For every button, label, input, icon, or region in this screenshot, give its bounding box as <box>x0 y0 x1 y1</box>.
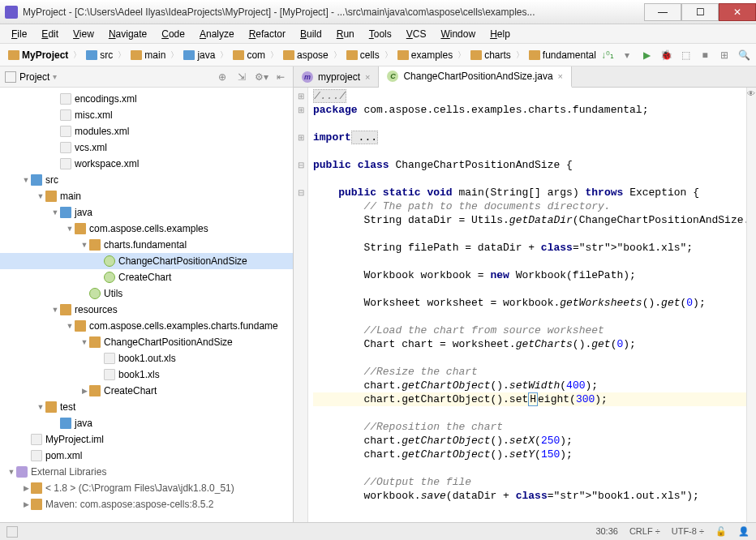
code-line[interactable]: //Output the file <box>313 475 751 489</box>
tree-item[interactable]: CreateChart <box>0 269 293 285</box>
code-line[interactable]: chart.getChartObject().setX(250); <box>313 434 751 448</box>
expand-down-icon[interactable]: ▼ <box>79 241 89 249</box>
tree-item[interactable]: ChangeChartPositionAndSize <box>0 253 293 269</box>
menu-vcs[interactable]: VCS <box>400 27 433 41</box>
code-line[interactable]: package com.aspose.cells.examples.charts… <box>313 103 751 117</box>
breadcrumb-src[interactable]: src <box>83 48 116 62</box>
gutter-line[interactable] <box>294 489 307 503</box>
gutter-line[interactable] <box>294 448 307 461</box>
tree-item[interactable]: misc.xml <box>0 107 293 123</box>
code-line[interactable]: workbook.save(dataDir + class="str">"boo… <box>313 489 751 503</box>
search-icon[interactable]: 🔍 <box>737 48 751 62</box>
scroll-from-source-icon[interactable]: ⊕ <box>215 70 230 84</box>
code-line[interactable] <box>313 227 751 241</box>
code-line[interactable] <box>313 406 751 420</box>
menu-tools[interactable]: Tools <box>363 27 398 41</box>
tree-item[interactable]: ▼com.aspose.cells.examples <box>0 221 293 237</box>
gutter-line[interactable] <box>294 337 307 351</box>
code-line[interactable] <box>313 351 751 365</box>
project-tree[interactable]: encodings.xmlmisc.xmlmodules.xmlvcs.xmlw… <box>0 88 293 522</box>
minimize-button[interactable]: — <box>644 3 681 21</box>
code-line[interactable] <box>313 310 751 324</box>
debug-icon[interactable]: 🐞 <box>659 48 673 62</box>
coverage-icon[interactable]: ⬚ <box>678 48 693 62</box>
tree-item[interactable]: ▼resources <box>0 302 293 318</box>
gutter-line[interactable]: ⊟ <box>294 186 307 199</box>
breadcrumb-cells[interactable]: cells <box>343 48 383 62</box>
status-lock-icon[interactable]: 🔓 <box>715 526 727 537</box>
expand-right-icon[interactable]: ▶ <box>79 387 89 395</box>
breadcrumb-myproject[interactable]: MyProject <box>5 48 71 62</box>
status-encoding[interactable]: UTF-8 ÷ <box>672 526 704 537</box>
code-line[interactable]: public static void main(String[] args) t… <box>313 186 751 199</box>
tree-item[interactable]: ▼src <box>0 172 293 188</box>
code-line[interactable] <box>313 144 751 158</box>
code-line[interactable]: //Reposition the chart <box>313 420 751 434</box>
stop-icon[interactable]: ■ <box>698 48 712 62</box>
expand-down-icon[interactable]: ▼ <box>6 468 16 476</box>
gutter-line[interactable] <box>294 213 307 227</box>
tree-item[interactable]: ▼java <box>0 204 293 221</box>
gutter-line[interactable]: ⊞ <box>294 89 307 103</box>
expand-down-icon[interactable]: ▼ <box>79 338 89 346</box>
gutter-line[interactable] <box>294 324 307 337</box>
breadcrumb-com[interactable]: com <box>230 48 268 62</box>
tree-item[interactable]: ▼charts.fundamental <box>0 237 293 253</box>
tree-item[interactable]: modules.xml <box>0 123 293 139</box>
gutter-line[interactable] <box>294 351 307 365</box>
breadcrumb-aspose[interactable]: aspose <box>280 48 332 62</box>
code-line[interactable]: public class ChangeChartPositionAndSize … <box>313 158 751 172</box>
gutter-line[interactable] <box>294 296 307 310</box>
code-content[interactable]: /.../package com.aspose.cells.examples.c… <box>308 88 756 522</box>
expand-right-icon[interactable]: ▶ <box>21 484 31 492</box>
status-msg-icon[interactable] <box>6 526 18 538</box>
tree-item[interactable]: vcs.xml <box>0 139 293 156</box>
close-button[interactable]: ✕ <box>719 3 756 21</box>
gutter-line[interactable] <box>294 117 307 131</box>
code-line[interactable] <box>313 282 751 296</box>
breadcrumb-examples[interactable]: examples <box>394 48 456 62</box>
expand-down-icon[interactable]: ▼ <box>21 176 31 184</box>
gutter-line[interactable] <box>294 379 307 392</box>
tree-item[interactable]: ▼com.aspose.cells.examples.charts.fundam… <box>0 318 293 334</box>
tab-myproject[interactable]: mmyproject× <box>294 66 379 87</box>
tab-close-icon[interactable]: × <box>365 72 370 82</box>
tree-item[interactable]: ▼main <box>0 188 293 204</box>
code-line[interactable]: // The path to the documents directory. <box>313 199 751 213</box>
code-line[interactable] <box>313 172 751 186</box>
menu-analyze[interactable]: Analyze <box>193 27 241 41</box>
menu-edit[interactable]: Edit <box>35 27 65 41</box>
code-editor[interactable]: ⊞⊞ ⊞ ⊟ ⊟ /.../package com.aspose.cells.e… <box>294 88 756 522</box>
menu-code[interactable]: Code <box>155 27 191 41</box>
expand-down-icon[interactable]: ▼ <box>50 208 60 216</box>
layout-icon[interactable]: ⊞ <box>717 48 732 62</box>
tree-item[interactable]: ▼ChangeChartPositionAndSize <box>0 334 293 350</box>
code-line[interactable]: String dataDir = Utils.getDataDir(Change… <box>313 213 751 227</box>
status-trash-icon[interactable]: 👤 <box>738 526 750 537</box>
tree-item[interactable]: pom.xml <box>0 448 293 464</box>
inspection-eye-icon[interactable]: 👁 <box>747 89 755 98</box>
gutter-line[interactable] <box>294 241 307 255</box>
gutter-line[interactable] <box>294 365 307 379</box>
gutter-line[interactable] <box>294 434 307 448</box>
tab-changechartpositionandsize-java[interactable]: CChangeChartPositionAndSize.java× <box>379 66 572 88</box>
tree-item[interactable]: ▶CreateChart <box>0 383 293 399</box>
expand-down-icon[interactable]: ▼ <box>36 192 45 200</box>
gutter-line[interactable] <box>294 199 307 213</box>
code-line[interactable]: String filePath = dataDir + class="str">… <box>313 241 751 255</box>
code-line[interactable]: //Resize the chart <box>313 365 751 379</box>
expand-down-icon[interactable]: ▼ <box>36 403 45 411</box>
code-line[interactable]: chart.getChartObject().setWidth(400); <box>313 379 751 392</box>
gutter-line[interactable] <box>294 227 307 241</box>
gutter-line[interactable] <box>294 255 307 268</box>
tree-item[interactable]: workspace.xml <box>0 156 293 172</box>
menu-window[interactable]: Window <box>434 27 482 41</box>
menu-file[interactable]: File <box>5 27 33 41</box>
settings-gear-icon[interactable]: ⚙▾ <box>254 70 268 84</box>
gutter-line[interactable] <box>294 282 307 296</box>
tree-item[interactable]: java <box>0 415 293 431</box>
code-line[interactable]: /.../ <box>313 89 751 103</box>
select-run-config-icon[interactable]: ↓⁰₁ <box>600 48 615 62</box>
code-line[interactable]: //Load the chart from source worksheet <box>313 324 751 337</box>
code-line[interactable]: chart.getChartObject().setHeight(300); <box>313 392 751 406</box>
